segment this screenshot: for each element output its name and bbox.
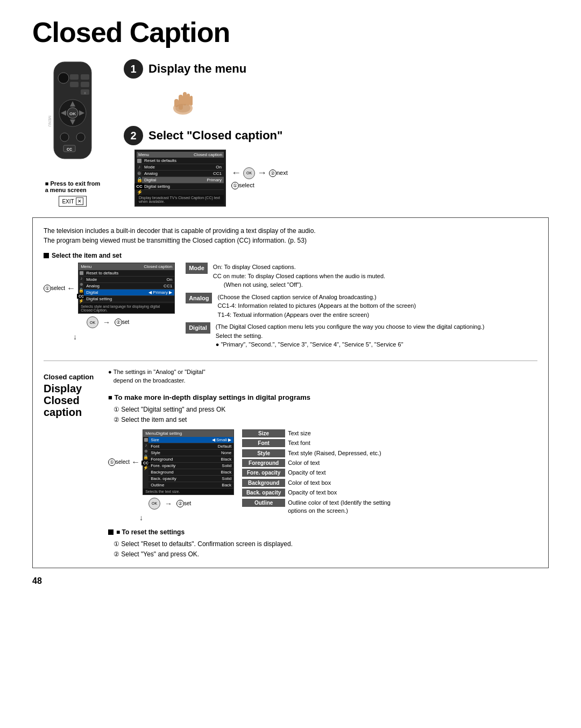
svg-point-26	[175, 104, 190, 112]
dmi3: ⊕	[144, 449, 148, 454]
svg-rect-5	[81, 82, 89, 87]
digital-desc: (The Digital Closed caption menu lets yo…	[216, 322, 485, 349]
settings-table: Size Text size Font Text font Style	[242, 429, 395, 515]
dm-note: Selects the text size.	[143, 489, 233, 494]
svg-text:OK: OK	[69, 111, 76, 116]
svg-rect-22	[183, 92, 187, 105]
step2-menu-screen: MenuClosed caption ♪ ⊕ 🔒 CC ⚡ Reset to	[134, 150, 226, 207]
st-outline-label: Outline	[242, 499, 285, 507]
st-bg-label: Background	[242, 479, 285, 487]
menu-icon-4: 🔒	[137, 177, 143, 182]
dp-set-label: ②set	[176, 500, 191, 507]
menu-row-analog: AnalogCC1	[142, 171, 224, 177]
st-fg: Foreground Color of text	[242, 459, 395, 467]
mr-digital: Digital◀ Primary ▶	[84, 289, 174, 296]
sidebar-display: Display Closed caption	[44, 383, 108, 418]
st-style: Style Text style (Raised, Depressed, etc…	[242, 449, 395, 457]
mi3: ⊕	[80, 282, 83, 287]
svg-text:MENU: MENU	[48, 116, 52, 127]
menu-note-1: Display broadcast TV's Closed Caption (C…	[137, 195, 224, 204]
dmi4: 🔒	[143, 455, 148, 460]
dm-outline: OutlineBack	[148, 482, 233, 489]
st-font-desc: Text font	[288, 439, 310, 447]
menu-icon-3: ⊕	[137, 171, 141, 176]
reset-header-text: ■ To reset the settings	[116, 528, 185, 536]
st-size: Size Text size	[242, 429, 395, 437]
reset-black-square	[108, 529, 114, 535]
st-fo: Fore. opacity Opacity of text	[242, 469, 395, 477]
mad-info: Mode On: To display Closed captions. CC …	[186, 263, 537, 352]
set-label-medium: ②set	[115, 319, 129, 326]
mi1	[80, 271, 83, 275]
step2-header: 2 Select "Closed caption"	[124, 126, 549, 145]
mode-row: Mode On: To display Closed captions. CC …	[186, 263, 537, 289]
select-item-section: ①select ← MenuClosed caption ♪ ⊕	[44, 263, 537, 352]
reset-steps: ① Select "Reset to defaults". Confirmati…	[114, 539, 537, 560]
info-box: The television includes a built-in decod…	[32, 217, 549, 568]
hand-icon-area	[167, 84, 549, 118]
dm-bo: Back. opacitySolid	[148, 476, 233, 482]
menu-title-bar: MenuClosed caption	[137, 152, 224, 158]
medium-menu-title: MenuClosed caption	[79, 263, 174, 270]
select-circled: ①select	[44, 285, 65, 292]
right-content: ● The settings in "Analog" or "Digital" …	[108, 367, 537, 560]
st-outline: Outline Outline color of text (Identify …	[242, 499, 395, 515]
step2-circle: 2	[124, 126, 143, 145]
dm-rows: Size◀ Small ▶ FontDefault StyleNone Fore…	[148, 437, 233, 489]
menu-row-reset: Reset to defaults	[142, 158, 224, 164]
dm-font: FontDefault	[148, 443, 233, 450]
svg-rect-2	[70, 74, 79, 80]
svg-text:CC: CC	[67, 147, 72, 151]
mi2: ♪	[80, 276, 82, 281]
ok-btn-medium[interactable]: OK	[87, 316, 98, 328]
menu-row-digital: DigitalPrimary	[142, 177, 224, 183]
mr-mode: ModeOn	[84, 277, 174, 283]
menu-and-arrows: ①select ← MenuClosed caption ♪ ⊕	[44, 263, 175, 352]
remote-svg: x OK MENU CC	[43, 59, 102, 178]
mi4: 🔒	[79, 288, 84, 293]
ok-button-small[interactable]: OK	[243, 167, 255, 179]
mi6: ⚡	[79, 299, 84, 303]
svg-rect-23	[187, 94, 190, 105]
svg-point-15	[60, 133, 69, 142]
svg-point-16	[76, 133, 85, 142]
step1-circle: 1	[124, 59, 143, 79]
step1-title: Display the menu	[148, 62, 246, 76]
analog-box: Analog	[186, 293, 212, 304]
svg-rect-4	[70, 82, 79, 87]
select-arrow-row: ← OK → ②next	[231, 167, 288, 179]
mode-box: Mode	[186, 263, 208, 274]
black-square-icon	[44, 253, 49, 258]
dp-ok-btn[interactable]: OK	[148, 498, 160, 510]
bullet-broadcaster: ●	[108, 367, 112, 377]
ok-arrows-section: OK → ②set	[87, 316, 175, 328]
dp-step2: ② Select the item and set	[114, 415, 537, 425]
remote-area: x OK MENU CC ■ Pre	[32, 59, 113, 207]
step2-title: Select "Closed caption"	[148, 129, 282, 143]
dmi1	[144, 438, 148, 442]
digital-prog-header: ■ To make more in-depth display settings…	[108, 393, 537, 401]
st-bo-desc: Opacity of text box	[288, 489, 337, 497]
press-exit-label: ■ Press to exit froma menu screen	[45, 180, 101, 193]
digital-steps: ① Select "Digital setting" and press OK …	[114, 405, 537, 425]
select-arrow: ①select ←	[44, 284, 75, 293]
menu-icons-col: ♪ ⊕ 🔒 CC ⚡	[137, 158, 142, 195]
dm-bg: BackgroundBlack	[148, 469, 233, 476]
dmi6: ⚡	[143, 465, 148, 470]
step-select-row: ①select	[231, 182, 254, 189]
digital-select-arrow: ①select ←	[108, 457, 140, 467]
analog-row: Analog (Choose the Closed caption servic…	[186, 293, 537, 320]
off-text: (When not using, select "Off").	[224, 281, 303, 288]
menu-rows-col: Reset to defaults ModeOn AnalogCC1 Digit…	[142, 158, 224, 195]
exit-box: EXIT ✕	[59, 196, 86, 207]
medium-menu-content: ♪ ⊕ 🔒 CC ⚡ Reset to defaults ModeOn Anal…	[79, 270, 174, 303]
broadcaster-note: ● The settings in "Analog" or "Digital" …	[108, 367, 537, 385]
st-fo-desc: Opacity of text	[288, 469, 325, 477]
medium-note: Selects style and language for displayin…	[79, 303, 174, 313]
top-section: x OK MENU CC ■ Pre	[32, 59, 549, 207]
next-label: ②next	[269, 169, 288, 177]
reset-section: ■ To reset the settings ① Select "Reset …	[108, 528, 537, 560]
st-bg-desc: Color of text box	[288, 479, 331, 487]
hand-icon	[167, 84, 199, 116]
dp-ok-set: OK → ②set	[148, 498, 234, 510]
